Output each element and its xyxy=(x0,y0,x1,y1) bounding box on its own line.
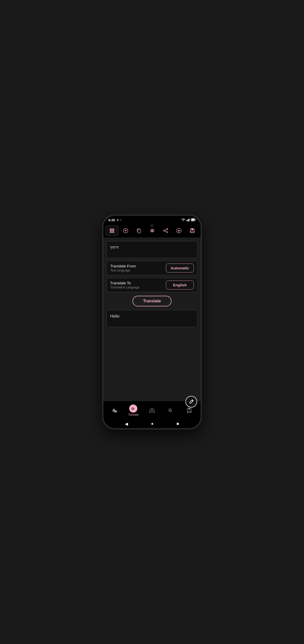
share-toolbar-icon[interactable] xyxy=(159,225,172,236)
svg-rect-21 xyxy=(151,229,154,230)
save-toolbar-icon[interactable] xyxy=(186,225,199,236)
google-nav-icon: G xyxy=(167,406,175,414)
svg-text:❄: ❄ xyxy=(115,411,117,413)
translate-nav-label: Translate xyxy=(128,413,139,416)
translate-to-value[interactable]: English xyxy=(166,281,194,289)
status-bar: 6:26 ⚙ ▪ xyxy=(103,216,201,224)
svg-rect-18 xyxy=(138,230,141,233)
fab-edit-button[interactable] xyxy=(185,396,197,408)
camera-notch xyxy=(150,224,154,227)
recents-button[interactable]: ■ xyxy=(177,421,179,426)
svg-rect-43 xyxy=(188,411,191,412)
svg-point-14 xyxy=(110,232,111,233)
nav-item-home[interactable] xyxy=(143,406,161,414)
translate-from-row[interactable]: Translate From Text Language Automatic xyxy=(106,261,198,275)
phone-frame: 6:26 ⚙ ▪ xyxy=(103,215,201,429)
translate-from-sub-label: Text Language xyxy=(110,269,136,272)
svg-rect-1 xyxy=(186,220,187,221)
svg-point-0 xyxy=(183,220,184,221)
download-toolbar-icon[interactable] xyxy=(119,225,132,236)
svg-point-15 xyxy=(111,232,113,233)
svg-point-9 xyxy=(111,229,113,230)
svg-line-26 xyxy=(165,229,166,230)
svg-point-25 xyxy=(166,232,168,233)
upload-toolbar-icon[interactable] xyxy=(173,225,185,236)
main-content: হ্যালো Translate From Text Language Auto… xyxy=(103,237,201,401)
svg-point-12 xyxy=(111,230,113,231)
wifi-icon xyxy=(181,218,185,222)
translate-nav-icon: G T xyxy=(129,404,137,413)
home-nav-icon xyxy=(148,406,156,414)
svg-text:G: G xyxy=(168,408,172,413)
nav-item-google[interactable]: G xyxy=(161,406,180,414)
weather-nav-icon: ❄ xyxy=(111,406,119,414)
output-area: Hello xyxy=(106,310,198,327)
translate-to-main-label: Translate To xyxy=(110,281,140,285)
translate-button[interactable]: Translate xyxy=(132,296,172,306)
translate-button-row: Translate xyxy=(106,295,198,307)
input-text: হ্যালো xyxy=(110,245,119,249)
translate-to-label: Translate To Translation Language xyxy=(110,281,140,289)
translate-from-value[interactable]: Automatic xyxy=(166,264,194,272)
svg-rect-42 xyxy=(188,408,190,410)
copy-toolbar-icon[interactable] xyxy=(132,225,145,236)
grid-toolbar-icon[interactable] xyxy=(105,225,119,236)
back-button[interactable]: ◀ xyxy=(125,421,128,426)
content-spacer xyxy=(106,330,198,397)
svg-line-27 xyxy=(165,231,166,232)
input-area[interactable]: হ্যালো xyxy=(106,241,198,258)
svg-text:T: T xyxy=(133,407,135,410)
settings-status-icon: ⚙ xyxy=(117,218,119,222)
home-button[interactable]: ● xyxy=(151,421,154,426)
svg-rect-22 xyxy=(151,232,154,232)
output-text: Hello xyxy=(110,314,119,318)
translate-to-sub-label: Translation Language xyxy=(110,286,140,289)
svg-rect-19 xyxy=(150,230,154,230)
svg-point-39 xyxy=(151,409,153,410)
svg-point-23 xyxy=(166,229,168,230)
translate-from-main-label: Translate From xyxy=(110,264,136,268)
svg-point-13 xyxy=(113,230,114,231)
svg-rect-3 xyxy=(188,219,189,221)
sim-status-icon: ▪ xyxy=(121,218,122,222)
nav-item-translate[interactable]: G T Translate xyxy=(124,404,143,416)
svg-rect-2 xyxy=(187,219,188,221)
svg-point-24 xyxy=(163,230,165,231)
signal-icon xyxy=(186,218,190,222)
svg-rect-30 xyxy=(191,229,193,230)
nav-item-save[interactable] xyxy=(180,406,199,414)
nav-item-weather[interactable]: ❄ xyxy=(105,406,124,414)
status-time: 6:26 xyxy=(108,218,115,222)
svg-point-35 xyxy=(113,410,115,412)
svg-rect-7 xyxy=(192,219,194,220)
svg-rect-31 xyxy=(191,231,194,233)
svg-point-11 xyxy=(110,230,111,231)
battery-icon xyxy=(191,218,196,222)
svg-point-8 xyxy=(110,229,111,230)
system-nav: ◀ ● ■ xyxy=(103,419,201,428)
translate-to-row[interactable]: Translate To Translation Language Englis… xyxy=(106,278,198,292)
svg-point-16 xyxy=(113,232,114,233)
svg-point-10 xyxy=(113,229,114,230)
svg-rect-6 xyxy=(195,219,196,220)
svg-rect-4 xyxy=(189,218,190,221)
translate-from-label: Translate From Text Language xyxy=(110,264,136,272)
svg-rect-20 xyxy=(150,231,154,231)
